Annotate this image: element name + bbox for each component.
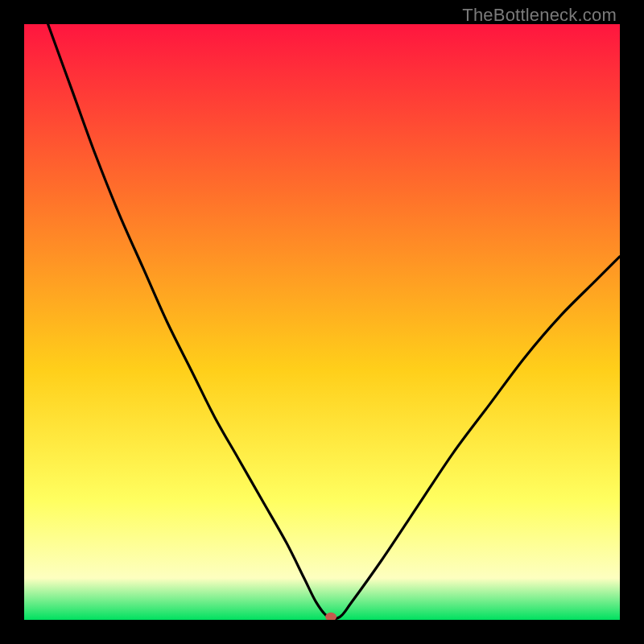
- bottleneck-chart: [24, 24, 620, 620]
- gradient-background: [24, 24, 620, 620]
- watermark-text: TheBottleneck.com: [462, 5, 617, 26]
